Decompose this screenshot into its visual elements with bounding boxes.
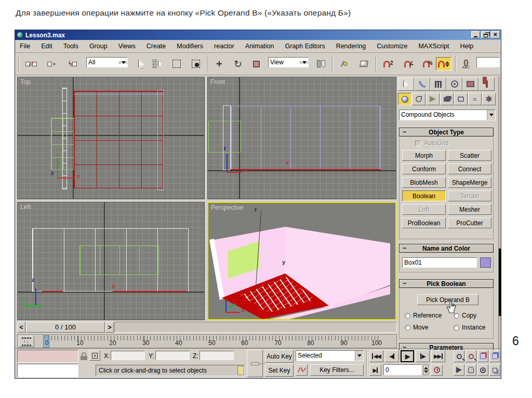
category-spacewarps[interactable]: ≈ (468, 93, 482, 105)
mirror-button[interactable] (356, 57, 371, 71)
name-color-rollout-header[interactable]: − Name and Color (399, 244, 494, 253)
reference-coordinate-dropdown[interactable]: View (268, 57, 309, 67)
button-blobmesh[interactable]: BlobMesh (402, 177, 446, 188)
menu-create[interactable]: Create (147, 43, 166, 50)
key-mode-toggle-button[interactable]: ▶ (369, 364, 381, 376)
category-helpers[interactable] (454, 93, 468, 105)
pan-button[interactable] (466, 364, 476, 376)
absolute-mode-button[interactable] (89, 350, 100, 361)
menu-help[interactable]: Help (460, 43, 473, 50)
set-keys-button[interactable] (247, 350, 263, 377)
viewport-front[interactable]: Front z x x (207, 77, 396, 199)
frame-spinner[interactable] (423, 364, 429, 375)
radio-copy[interactable]: Copy (454, 312, 476, 319)
menu-modifiers[interactable]: Modifiers (177, 43, 203, 50)
tab-modify[interactable] (414, 77, 430, 91)
menu-graph-editors[interactable]: Graph Editors (285, 43, 325, 50)
auto-key-button[interactable]: Auto Key (265, 350, 294, 363)
category-geometry[interactable] (398, 93, 411, 105)
menu-customize[interactable]: Customize (377, 43, 407, 50)
scrollbar-thumb[interactable] (499, 249, 501, 316)
go-to-end-button[interactable]: ▶▶ (431, 350, 445, 362)
select-object-button[interactable] (135, 57, 148, 71)
select-and-scale-button[interactable] (249, 57, 263, 71)
unlink-selection-button[interactable]: ✦ (44, 57, 60, 71)
select-and-rotate-button[interactable]: ↻ (230, 57, 246, 71)
angle-snap-button[interactable]: ∠ (400, 57, 415, 71)
next-frame-button[interactable]: ▶ (416, 350, 430, 362)
subcategory-dropdown[interactable]: Compound Objects (399, 109, 496, 120)
tab-create[interactable] (398, 77, 414, 91)
field-of-view-button[interactable] (454, 364, 464, 376)
time-slider-handle[interactable]: 0 / 100 (26, 322, 105, 333)
track-bar[interactable]: ↑↓ 0 10 20 30 40 50 60 70 80 90 100 (17, 334, 397, 348)
go-to-start-button[interactable]: ◀◀ (369, 350, 383, 362)
key-filters-button[interactable]: Key Filters... (310, 364, 364, 376)
zoom-extents-all-button[interactable] (489, 350, 500, 362)
zoom-extents-button[interactable] (477, 350, 488, 362)
dropdown-arrow-button[interactable] (355, 351, 363, 361)
select-by-name-button[interactable] (150, 57, 165, 71)
dropdown-arrow-button[interactable] (300, 61, 308, 64)
tab-display[interactable] (462, 77, 478, 91)
button-boolean[interactable]: Boolean (402, 190, 446, 201)
time-slider-prev-button[interactable]: < (17, 322, 25, 333)
play-button[interactable]: ▶ (401, 350, 414, 362)
menu-reactor[interactable]: reactor (214, 43, 234, 50)
viewport-top[interactable]: Top x z (17, 77, 205, 199)
maxscript-mini-listener-white[interactable] (17, 364, 78, 377)
viewport-perspective[interactable]: Perspective x y z (207, 202, 396, 320)
snap-toggle-button[interactable]: 2 (379, 57, 394, 71)
default-in-out-tangents-button[interactable] (296, 364, 308, 376)
time-configuration-button[interactable] (431, 364, 443, 376)
button-conform[interactable]: Conform (402, 163, 446, 174)
button-connect[interactable]: Connect (448, 163, 491, 174)
use-center-button[interactable] (314, 57, 328, 71)
tab-motion[interactable] (446, 77, 462, 91)
category-systems[interactable]: ✱ (482, 93, 496, 105)
set-key-button[interactable]: Set Key (265, 364, 294, 377)
select-and-link-button[interactable] (23, 57, 39, 71)
title-bar[interactable]: Lesson3.max ✕ (15, 30, 501, 40)
named-selection-field[interactable] (476, 57, 500, 67)
mini-curve-editor-button[interactable]: ↑↓ (19, 336, 34, 347)
category-cameras[interactable] (440, 93, 454, 105)
spinner-snap-button[interactable] (436, 57, 451, 71)
category-lights[interactable] (426, 93, 440, 105)
button-mesher[interactable]: Mesher (448, 204, 491, 215)
isolate-notify-icon[interactable] (237, 366, 244, 375)
radio-instance[interactable]: Instance (454, 324, 485, 331)
min-max-toggle-button[interactable] (489, 364, 500, 376)
menu-rendering[interactable]: Rendering (336, 43, 366, 50)
menu-maxscript[interactable]: MAXScript (418, 43, 449, 50)
toolbar-handle[interactable] (18, 56, 19, 72)
command-panel-scrollbar[interactable] (498, 77, 501, 350)
selection-lock-body[interactable] (81, 356, 87, 360)
named-selection-sets-button[interactable]: {} ABC (458, 57, 474, 71)
button-procutter[interactable]: ProCutter (448, 217, 491, 228)
object-color-swatch[interactable] (480, 257, 491, 268)
button-morph[interactable]: Morph (402, 150, 446, 161)
object-name-field[interactable] (402, 257, 477, 268)
tab-hierarchy[interactable] (430, 77, 446, 91)
menu-tools[interactable]: Tools (63, 43, 78, 50)
key-filter-dropdown[interactable]: Selected (296, 350, 364, 361)
percent-snap-button[interactable]: % (418, 57, 434, 71)
minimize-button[interactable] (471, 31, 480, 38)
menu-group[interactable]: Group (89, 43, 108, 50)
time-slider-track[interactable] (114, 322, 397, 333)
arc-rotate-button[interactable] (477, 364, 488, 376)
menu-edit[interactable]: Edit (41, 43, 52, 50)
close-button[interactable]: ✕ (491, 31, 500, 38)
category-shapes[interactable] (412, 93, 425, 105)
pick-boolean-rollout-header[interactable]: − Pick Boolean (399, 279, 494, 288)
button-loft[interactable]: Loft (402, 204, 446, 215)
x-coord-field[interactable] (111, 351, 145, 360)
zoom-all-button[interactable] (466, 350, 476, 362)
time-slider-next-button[interactable]: > (105, 322, 114, 333)
current-frame-field[interactable] (383, 364, 422, 375)
z-coord-field[interactable] (200, 351, 234, 360)
button-proboolean[interactable]: ProBoolean (402, 217, 446, 228)
radio-move[interactable]: Move (405, 324, 428, 331)
bind-to-spacewarp-button[interactable]: ϟ (65, 57, 81, 71)
